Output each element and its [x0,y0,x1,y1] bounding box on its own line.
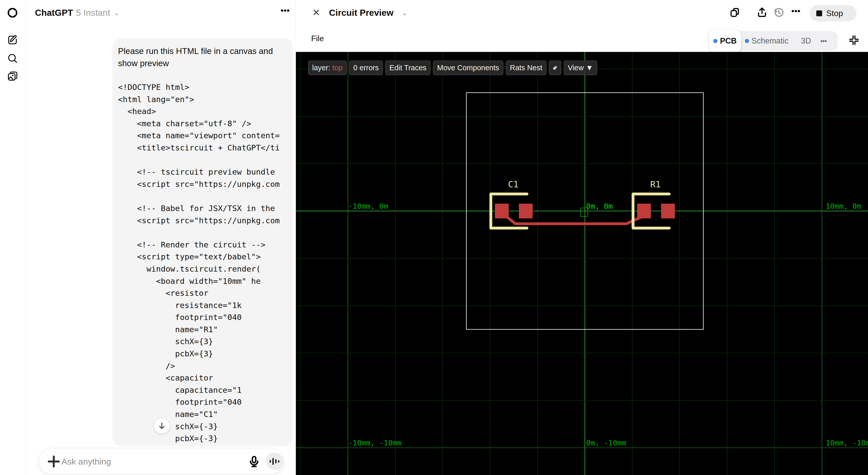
chevron-down-icon[interactable]: ⌄ [114,9,120,17]
composer [39,448,283,474]
svg-text:10mm, 0m: 10mm, 0m [826,202,861,210]
compress-icon [848,35,860,46]
app-name[interactable]: ChatGPT [35,8,73,18]
voice-mode-button[interactable] [266,452,283,470]
layer-label: layer: [312,64,332,72]
waveform-icon [270,460,271,463]
chat-panel: ChatGPT 5 Instant ⌄ ••• Please run this … [26,0,296,475]
share-button[interactable] [756,7,768,18]
collapse-canvas-button[interactable] [848,35,860,46]
layer-value: top [332,64,342,72]
history-clock-icon [773,7,785,18]
tab-schematic-label: Schematic [751,36,788,45]
share-upload-icon [756,7,768,18]
stop-label: Stop [826,9,843,18]
user-message-code: <!DOCTYPE html> <html lang="en"> <head> … [118,81,287,446]
edit-pencil-button[interactable] [549,61,561,75]
openai-logo-icon [6,7,19,19]
sidebar [0,0,26,475]
pcb-drawing: C1R1-10mm, 0m0m, 0m10mm, 0m-10mm, -10mm0… [296,52,868,475]
pcb-toolbar: layer: top 0 errors Edit Traces Move Com… [308,61,597,75]
svg-text:R1: R1 [650,179,661,190]
library-icon[interactable] [6,70,19,83]
pencil-icon [553,66,557,70]
tab-pcb[interactable]: PCB [709,30,741,53]
attach-plus-button[interactable] [45,453,62,470]
svg-text:0m, 0m: 0m, 0m [586,202,613,210]
canvas-panel: ✕ Circuit Preview ⌄ ••• Stop File PCB Sc… [296,0,868,475]
svg-text:-10mm, -10mm: -10mm, -10mm [348,439,402,447]
chat-header: ChatGPT 5 Instant ⌄ ••• [26,0,296,26]
layer-button[interactable]: layer: top [308,61,347,75]
arrow-down-icon [157,421,166,430]
move-components-button[interactable]: Move Components [433,61,503,75]
close-canvas-button[interactable]: ✕ [310,7,322,19]
search-icon[interactable] [6,52,19,64]
plus-icon [45,453,62,470]
copy-icon [729,7,741,18]
tabs-more-icon[interactable]: ••• [820,30,827,53]
rats-nest-button[interactable]: Rats Nest [506,61,547,75]
chat-more-menu-icon[interactable]: ••• [281,6,290,15]
new-chat-icon[interactable] [6,34,19,46]
tab-3d[interactable]: 3D [801,30,811,53]
schematic-dot-icon [745,39,749,43]
openai-logo-icon[interactable] [6,7,19,19]
waveform-icon [272,458,274,465]
copy-button[interactable] [729,7,741,18]
pcb-canvas[interactable]: C1R1-10mm, 0m0m, 0m10mm, 0m-10mm, -10mm0… [296,52,868,475]
file-menu[interactable]: File [311,34,324,43]
dictate-button[interactable] [247,455,261,468]
svg-text:-10mm, 0m: -10mm, 0m [348,202,388,210]
svg-text:10mm, -10mm: 10mm, -10mm [826,439,868,447]
model-name[interactable]: 5 Instant [76,8,110,18]
scroll-to-bottom-button[interactable] [154,418,170,434]
waveform-icon [278,460,279,463]
chat-input[interactable] [61,454,204,469]
errors-button[interactable]: 0 errors [349,61,383,75]
microphone-icon [247,455,261,468]
tab-schematic[interactable]: Schematic [745,30,788,53]
stop-square-icon [816,10,822,16]
edit-traces-button[interactable]: Edit Traces [385,61,430,75]
pcb-dot-icon [713,39,717,43]
svg-text:C1: C1 [508,179,519,190]
canvas-title: Circuit Preview [329,8,394,18]
view-dropdown-button[interactable]: View ▼ [564,61,597,75]
chevron-down-icon[interactable]: ⌄ [402,9,407,17]
stop-button[interactable]: Stop [810,5,857,22]
waveform-icon [275,459,277,463]
tab-pcb-label: PCB [720,36,737,45]
history-button[interactable] [773,7,785,18]
canvas-more-menu-icon[interactable]: ••• [791,6,801,16]
svg-text:0m, -10mm: 0m, -10mm [586,439,626,447]
user-message-text: Please run this HTML file in a canvas an… [118,45,288,69]
user-message-bubble: Please run this HTML file in a canvas an… [113,38,293,446]
